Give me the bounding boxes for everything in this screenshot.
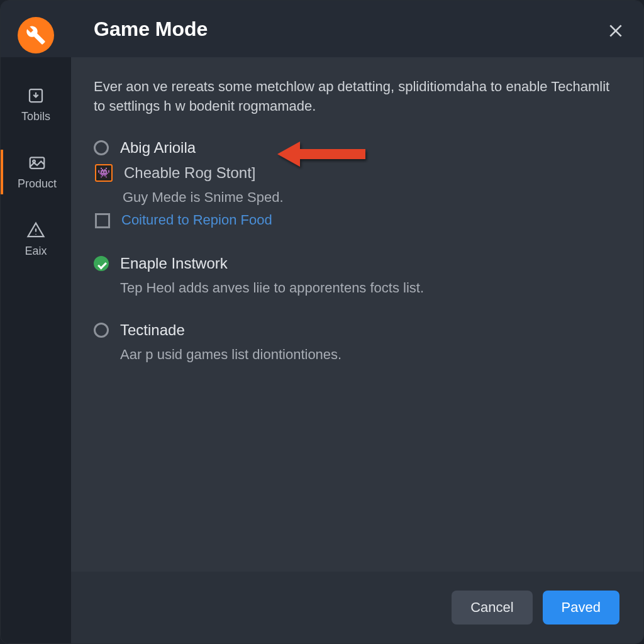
checkbox-coitrued[interactable]: [95, 213, 110, 228]
download-icon: [26, 86, 45, 105]
option-group-2: Enaple Instwork Tep Heol adds anves liie…: [94, 255, 621, 303]
cancel-button[interactable]: Cancel: [452, 591, 532, 625]
main-content: Ever aon ve rereats some metchlow ap det…: [71, 57, 643, 643]
option-label: Abig Arioila: [120, 139, 196, 157]
radio-abig-arioila[interactable]: [94, 140, 109, 155]
app-logo-icon: [18, 17, 54, 53]
option-desc: Aar p usid games list diontiontiones.: [120, 347, 621, 363]
sidebar-item-label: Product: [18, 177, 57, 191]
option-group-3: Tectinade Aar p usid games list diontion…: [94, 321, 621, 369]
sidebar-item-label: Eaix: [25, 245, 47, 258]
sidebar-item-label: Tobils: [21, 110, 50, 123]
emoji-badge-icon: 👾: [95, 164, 113, 182]
sidebar: Tobils Product Eaix: [1, 57, 71, 643]
sub-option-desc: Guy Mede is Snime Sped.: [123, 189, 621, 206]
link-coitrued[interactable]: Coitured to Repion Food: [121, 212, 272, 228]
sidebar-item-eaix[interactable]: Eaix: [1, 217, 71, 262]
sidebar-item-tobils[interactable]: Tobils: [1, 82, 71, 127]
option-label: Tectinade: [120, 321, 185, 339]
option-label: Enaple Instwork: [120, 255, 228, 272]
close-icon[interactable]: [606, 21, 626, 41]
dialog-header: Game Mode: [1, 1, 643, 57]
option-group-1: Abig Arioila 👾 Cheable Rog Stont] Guy Me…: [94, 139, 621, 236]
image-icon: [28, 153, 47, 172]
radio-tectinade[interactable]: [94, 323, 109, 338]
dialog-title: Game Mode: [94, 18, 208, 41]
description-text: Ever aon ve rereats some metchlow ap det…: [94, 77, 621, 116]
radio-enaple-instwork[interactable]: [94, 256, 109, 271]
sidebar-item-product[interactable]: Product: [1, 150, 71, 194]
option-desc: Tep Heol adds anves liie to apporentens …: [120, 280, 621, 296]
sub-option-label: Cheable Rog Stont]: [124, 164, 255, 182]
warning-icon: [26, 221, 45, 240]
dialog-footer: Cancel Paved: [71, 572, 643, 643]
save-button[interactable]: Paved: [543, 591, 619, 625]
